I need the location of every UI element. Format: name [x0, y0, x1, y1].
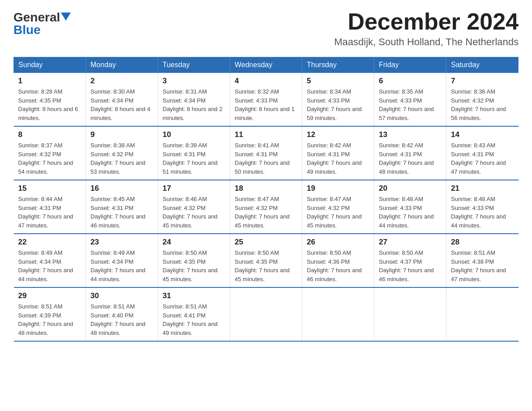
day-number: 6: [379, 77, 442, 86]
day-info: Sunrise: 8:51 AM Sunset: 4:39 PM Dayligh…: [18, 302, 82, 337]
day-info: Sunrise: 8:50 AM Sunset: 4:36 PM Dayligh…: [307, 248, 369, 283]
logo-general-text: General: [13, 11, 60, 24]
calendar-cell: 16 Sunrise: 8:45 AM Sunset: 4:31 PM Dayl…: [86, 180, 158, 234]
calendar-cell: 26 Sunrise: 8:50 AM Sunset: 4:36 PM Dayl…: [302, 234, 374, 287]
day-number: 15: [18, 184, 82, 193]
month-year-title: December 2024: [334, 9, 519, 34]
calendar-cell: 21 Sunrise: 8:48 AM Sunset: 4:33 PM Dayl…: [446, 180, 519, 234]
svg-marker-0: [61, 13, 71, 21]
calendar-cell: 2 Sunrise: 8:30 AM Sunset: 4:34 PM Dayli…: [86, 73, 158, 127]
header-wednesday: Wednesday: [230, 57, 302, 73]
calendar-cell: 29 Sunrise: 8:51 AM Sunset: 4:39 PM Dayl…: [14, 287, 86, 341]
calendar-cell: 11 Sunrise: 8:41 AM Sunset: 4:31 PM Dayl…: [230, 126, 302, 180]
day-info: Sunrise: 8:41 AM Sunset: 4:31 PM Dayligh…: [235, 141, 297, 176]
calendar-week-row: 22 Sunrise: 8:49 AM Sunset: 4:34 PM Dayl…: [14, 234, 519, 287]
day-number: 20: [379, 184, 442, 193]
calendar-week-row: 8 Sunrise: 8:37 AM Sunset: 4:32 PM Dayli…: [14, 126, 519, 180]
day-info: Sunrise: 8:48 AM Sunset: 4:33 PM Dayligh…: [451, 195, 514, 230]
day-number: 31: [163, 291, 225, 300]
day-info: Sunrise: 8:50 AM Sunset: 4:35 PM Dayligh…: [235, 248, 297, 283]
calendar-cell: 15 Sunrise: 8:44 AM Sunset: 4:31 PM Dayl…: [14, 180, 86, 234]
day-number: 1: [18, 77, 82, 86]
title-block: December 2024 Maasdijk, South Holland, T…: [334, 9, 519, 48]
page-header: General Blue December 2024 Maasdijk, Sou…: [13, 9, 519, 48]
calendar-cell: 30 Sunrise: 8:51 AM Sunset: 4:40 PM Dayl…: [86, 287, 158, 341]
day-info: Sunrise: 8:50 AM Sunset: 4:35 PM Dayligh…: [163, 248, 225, 283]
logo-blue-text: Blue: [13, 24, 41, 36]
day-info: Sunrise: 8:38 AM Sunset: 4:32 PM Dayligh…: [90, 141, 153, 176]
calendar-cell: 27 Sunrise: 8:50 AM Sunset: 4:37 PM Dayl…: [374, 234, 446, 287]
day-info: Sunrise: 8:31 AM Sunset: 4:34 PM Dayligh…: [163, 87, 225, 122]
day-info: Sunrise: 8:49 AM Sunset: 4:34 PM Dayligh…: [90, 248, 153, 283]
calendar-cell: [302, 287, 374, 341]
day-info: Sunrise: 8:47 AM Sunset: 4:32 PM Dayligh…: [307, 195, 369, 230]
calendar-cell: [374, 287, 446, 341]
day-number: 7: [451, 77, 514, 86]
calendar-cell: 31 Sunrise: 8:51 AM Sunset: 4:41 PM Dayl…: [158, 287, 230, 341]
day-info: Sunrise: 8:28 AM Sunset: 4:35 PM Dayligh…: [18, 87, 82, 122]
calendar-cell: 8 Sunrise: 8:37 AM Sunset: 4:32 PM Dayli…: [14, 126, 86, 180]
calendar-table: Sunday Monday Tuesday Wednesday Thursday…: [13, 57, 519, 342]
day-number: 25: [235, 238, 297, 247]
calendar-cell: 12 Sunrise: 8:42 AM Sunset: 4:31 PM Dayl…: [302, 126, 374, 180]
calendar-body: 1 Sunrise: 8:28 AM Sunset: 4:35 PM Dayli…: [14, 73, 519, 342]
day-number: 17: [163, 184, 225, 193]
day-number: 27: [379, 238, 442, 247]
calendar-cell: 4 Sunrise: 8:32 AM Sunset: 4:33 PM Dayli…: [230, 73, 302, 127]
calendar-cell: 18 Sunrise: 8:47 AM Sunset: 4:32 PM Dayl…: [230, 180, 302, 234]
calendar-cell: 14 Sunrise: 8:43 AM Sunset: 4:31 PM Dayl…: [446, 126, 519, 180]
day-info: Sunrise: 8:44 AM Sunset: 4:31 PM Dayligh…: [18, 195, 82, 230]
calendar-cell: 13 Sunrise: 8:42 AM Sunset: 4:31 PM Dayl…: [374, 126, 446, 180]
day-number: 21: [451, 184, 514, 193]
day-number: 9: [90, 130, 153, 139]
calendar-cell: 10 Sunrise: 8:39 AM Sunset: 4:31 PM Dayl…: [158, 126, 230, 180]
day-number: 22: [18, 238, 82, 247]
day-info: Sunrise: 8:47 AM Sunset: 4:32 PM Dayligh…: [235, 195, 297, 230]
logo: General Blue: [13, 9, 71, 36]
day-info: Sunrise: 8:36 AM Sunset: 4:32 PM Dayligh…: [451, 87, 514, 122]
header-saturday: Saturday: [446, 57, 519, 73]
day-number: 30: [90, 291, 153, 300]
day-number: 16: [90, 184, 153, 193]
header-sunday: Sunday: [14, 57, 86, 73]
calendar-header: Sunday Monday Tuesday Wednesday Thursday…: [14, 57, 519, 73]
day-info: Sunrise: 8:43 AM Sunset: 4:31 PM Dayligh…: [451, 141, 514, 176]
calendar-week-row: 29 Sunrise: 8:51 AM Sunset: 4:39 PM Dayl…: [14, 287, 519, 341]
day-info: Sunrise: 8:45 AM Sunset: 4:31 PM Dayligh…: [90, 195, 153, 230]
day-info: Sunrise: 8:39 AM Sunset: 4:31 PM Dayligh…: [163, 141, 225, 176]
calendar-cell: 22 Sunrise: 8:49 AM Sunset: 4:34 PM Dayl…: [14, 234, 86, 287]
day-number: 13: [379, 130, 442, 139]
calendar-cell: 19 Sunrise: 8:47 AM Sunset: 4:32 PM Dayl…: [302, 180, 374, 234]
header-thursday: Thursday: [302, 57, 374, 73]
day-number: 28: [451, 238, 514, 247]
calendar-cell: [446, 287, 519, 341]
calendar-cell: 6 Sunrise: 8:35 AM Sunset: 4:33 PM Dayli…: [374, 73, 446, 127]
day-info: Sunrise: 8:42 AM Sunset: 4:31 PM Dayligh…: [307, 141, 369, 176]
calendar-cell: 25 Sunrise: 8:50 AM Sunset: 4:35 PM Dayl…: [230, 234, 302, 287]
calendar-week-row: 15 Sunrise: 8:44 AM Sunset: 4:31 PM Dayl…: [14, 180, 519, 234]
calendar-week-row: 1 Sunrise: 8:28 AM Sunset: 4:35 PM Dayli…: [14, 73, 519, 127]
calendar-cell: 28 Sunrise: 8:51 AM Sunset: 4:38 PM Dayl…: [446, 234, 519, 287]
day-number: 11: [235, 130, 297, 139]
day-info: Sunrise: 8:34 AM Sunset: 4:33 PM Dayligh…: [307, 87, 369, 122]
day-info: Sunrise: 8:32 AM Sunset: 4:33 PM Dayligh…: [235, 87, 297, 122]
calendar-cell: 17 Sunrise: 8:46 AM Sunset: 4:32 PM Dayl…: [158, 180, 230, 234]
calendar-cell: 3 Sunrise: 8:31 AM Sunset: 4:34 PM Dayli…: [158, 73, 230, 127]
calendar-cell: 7 Sunrise: 8:36 AM Sunset: 4:32 PM Dayli…: [446, 73, 519, 127]
header-friday: Friday: [374, 57, 446, 73]
day-number: 5: [307, 77, 369, 86]
day-number: 4: [235, 77, 297, 86]
day-info: Sunrise: 8:35 AM Sunset: 4:33 PM Dayligh…: [379, 87, 442, 122]
day-info: Sunrise: 8:49 AM Sunset: 4:34 PM Dayligh…: [18, 248, 82, 283]
day-number: 23: [90, 238, 153, 247]
day-number: 19: [307, 184, 369, 193]
day-info: Sunrise: 8:42 AM Sunset: 4:31 PM Dayligh…: [379, 141, 442, 176]
calendar-cell: 5 Sunrise: 8:34 AM Sunset: 4:33 PM Dayli…: [302, 73, 374, 127]
header-monday: Monday: [86, 57, 158, 73]
location-subtitle: Maasdijk, South Holland, The Netherlands: [334, 36, 519, 48]
day-info: Sunrise: 8:30 AM Sunset: 4:34 PM Dayligh…: [90, 87, 153, 122]
calendar-cell: 9 Sunrise: 8:38 AM Sunset: 4:32 PM Dayli…: [86, 126, 158, 180]
calendar-cell: 1 Sunrise: 8:28 AM Sunset: 4:35 PM Dayli…: [14, 73, 86, 127]
header-tuesday: Tuesday: [158, 57, 230, 73]
day-number: 3: [163, 77, 225, 86]
